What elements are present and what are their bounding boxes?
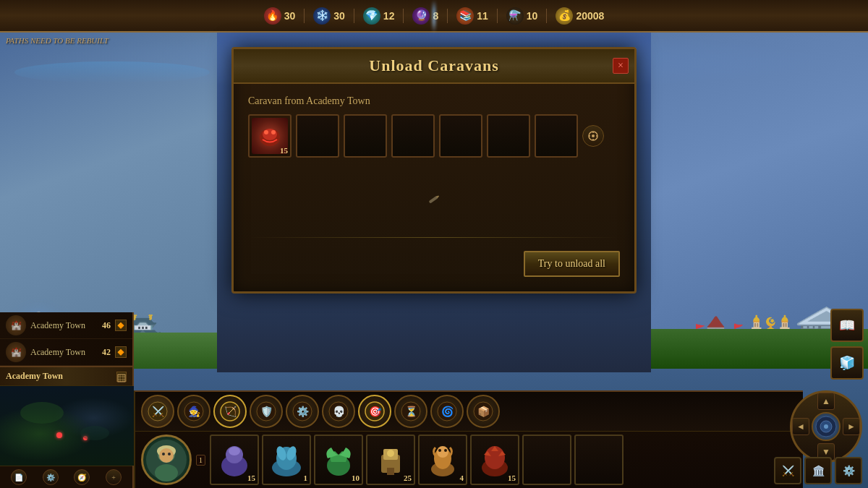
divider-1 <box>304 9 305 23</box>
caravan-label: Caravan from Academy Town <box>248 95 620 107</box>
resource-group-alchemist: ⚗️ 10 <box>506 7 538 25</box>
book-button[interactable]: 📖 <box>830 309 864 342</box>
item-slot-4[interactable] <box>439 114 482 158</box>
svg-point-2 <box>264 130 268 134</box>
divider-3 <box>403 9 404 23</box>
hero-portrait[interactable] <box>141 435 192 485</box>
svg-rect-56 <box>387 468 391 475</box>
unit-name-1: Academy Town <box>30 347 102 358</box>
minimap-zoom-out[interactable]: 📄 <box>11 469 27 485</box>
ability-attack[interactable]: ⚔️ <box>141 395 174 428</box>
unit-count-slot-4: 4 <box>460 474 464 482</box>
item-slot-1[interactable] <box>296 114 339 158</box>
svg-point-60 <box>437 446 448 458</box>
minimap-controls: 📄 ⚙️ 🧭 + <box>0 466 132 488</box>
crystal-icon: 🔮 <box>412 7 430 25</box>
minimap-marker-0 <box>56 432 62 438</box>
scroll-value: 11 <box>477 10 488 22</box>
minimap-title: Academy Town <box>6 371 63 382</box>
resource-group-gem: 💎 12 <box>363 7 395 25</box>
unit-slot-4[interactable]: 4 <box>418 435 467 485</box>
dialog-title-bar: Unload Caravans × <box>234 49 634 84</box>
cube-button[interactable]: 🧊 <box>830 346 864 380</box>
unit-image-4 <box>425 436 461 484</box>
svg-text:📦: 📦 <box>477 406 490 418</box>
right-panel-upper: 📖 🧊 <box>830 309 864 380</box>
item-slot-0[interactable]: 15 <box>248 114 292 158</box>
unit-entry-0[interactable]: 🏰 Academy Town 46 🔶 <box>0 312 132 339</box>
svg-point-44 <box>168 453 171 455</box>
compass-ring: ▲ ▼ ◄ ► <box>790 390 862 463</box>
hero-level: 1 <box>196 455 205 466</box>
ability-magic[interactable]: 🧙 <box>177 395 210 428</box>
ability-defense[interactable]: 🛡️ <box>250 395 283 428</box>
ability-vortex[interactable]: 🌀 <box>430 395 464 428</box>
item-slot-3[interactable] <box>391 114 435 158</box>
minimap-compass[interactable]: 🧭 <box>74 469 90 485</box>
unit-slot-5[interactable]: 15 <box>470 435 519 485</box>
svg-point-43 <box>162 453 165 455</box>
svg-text:💀: 💀 <box>333 406 346 418</box>
svg-point-61 <box>438 449 441 452</box>
svg-text:⚙️: ⚙️ <box>297 406 310 418</box>
dialog-separator <box>248 237 620 238</box>
alchemist-icon: ⚗️ <box>506 7 524 25</box>
unit-slot-0[interactable]: 15 <box>210 435 259 485</box>
item-slot-6[interactable] <box>535 114 578 158</box>
compass-right-button[interactable]: ► <box>843 418 860 435</box>
unit-entry-1[interactable]: 🏰 Academy Town 42 🔶 <box>0 339 132 366</box>
caravan-settings-button[interactable] <box>582 125 604 147</box>
buildings-button[interactable]: 🏛️ <box>804 457 832 484</box>
item-slot-5[interactable] <box>487 114 530 158</box>
compass-up-button[interactable]: ▲ <box>817 393 835 410</box>
svg-point-47 <box>229 447 240 455</box>
unit-icon-1: 🏰 <box>6 342 26 362</box>
unload-caravans-dialog: Unload Caravans × Caravan from Academy T… <box>231 47 637 294</box>
unit-flag-0: 🔶 <box>115 320 127 331</box>
ability-target[interactable]: 🎯 <box>358 395 391 428</box>
gear-button[interactable]: ⚙️ <box>835 457 862 484</box>
ice-value: 30 <box>333 10 345 22</box>
fire-value: 30 <box>284 10 296 22</box>
minimap-header: Academy Town <box>0 366 132 386</box>
unit-bar: 1 15 1 <box>135 432 803 488</box>
unit-slot-7[interactable] <box>574 435 624 485</box>
unit-slot-2[interactable]: 10 <box>314 435 363 485</box>
gem-icon: 💎 <box>363 7 380 25</box>
dialog-close-button[interactable]: × <box>613 58 629 74</box>
minimap-area[interactable] <box>0 386 134 466</box>
dialog-title: Unload Caravans <box>369 56 498 74</box>
bottom-right-buttons: ⚔️ 🏛️ ⚙️ <box>774 457 862 484</box>
ability-settings[interactable]: ⚙️ <box>286 395 319 428</box>
minimap-settings[interactable]: ⚙️ <box>43 469 59 485</box>
dialog-body: Caravan from Academy Town 15 <box>234 84 634 291</box>
svg-text:🛡️: 🛡️ <box>260 406 273 418</box>
unit-name-0: Academy Town <box>30 320 102 331</box>
unit-count-slot-2: 10 <box>352 474 359 482</box>
combat-button[interactable]: ⚔️ <box>774 457 801 484</box>
item-slot-0-count: 15 <box>280 146 288 155</box>
minimap-plus[interactable]: + <box>106 469 122 485</box>
unit-count-slot-1: 1 <box>304 474 308 482</box>
svg-point-5 <box>592 134 595 137</box>
unit-slot-1[interactable]: 1 <box>262 435 311 485</box>
item-slot-2[interactable] <box>344 114 387 158</box>
resource-bar: 🔥 30 ❄️ 30 💎 12 🔮 8 📚 11 ⚗️ 10 💰 20008 <box>0 0 868 33</box>
svg-marker-11 <box>427 202 429 204</box>
unload-all-button[interactable]: Try to unload all <box>524 251 620 277</box>
ability-ranged[interactable]: 🏹 <box>213 395 247 428</box>
unit-slot-6[interactable] <box>522 435 571 485</box>
gold-value: 20008 <box>576 10 604 22</box>
ability-skull[interactable]: 💀 <box>322 395 355 428</box>
compass-left-button[interactable]: ◄ <box>792 418 809 435</box>
scroll-icon: 📚 <box>456 7 474 25</box>
unit-count-slot-0: 15 <box>247 474 255 482</box>
ability-chest[interactable]: 📦 <box>467 395 500 428</box>
ability-hourglass[interactable]: ⏳ <box>394 395 427 428</box>
svg-text:🌀: 🌀 <box>441 406 454 418</box>
svg-text:⏳: ⏳ <box>405 406 418 418</box>
resource-group-gold: 💰 20008 <box>556 7 604 25</box>
svg-rect-57 <box>391 468 394 475</box>
scroll-decoration-icon <box>425 190 443 211</box>
unit-slot-3[interactable]: 25 <box>366 435 415 485</box>
